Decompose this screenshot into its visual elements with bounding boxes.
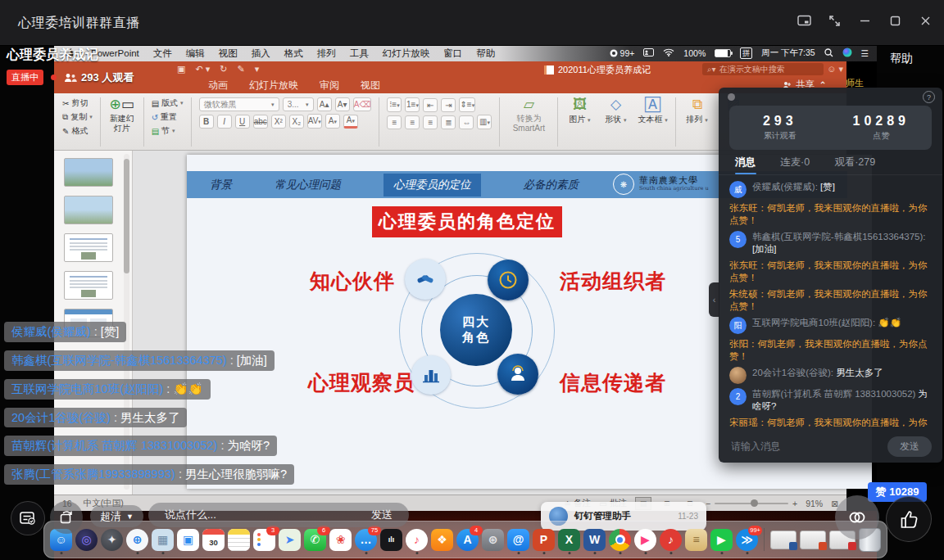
panel-window-dot[interactable] bbox=[728, 93, 735, 101]
picture-in-picture-icon[interactable] bbox=[796, 13, 811, 28]
section-button[interactable]: ▤节 ▾ bbox=[152, 125, 184, 137]
dock-app-store-icon[interactable]: A4 bbox=[456, 529, 479, 551]
dock-maps-icon[interactable]: ➤ bbox=[279, 529, 301, 551]
bullets-button[interactable]: ⁝≡▾ bbox=[387, 97, 402, 112]
align-right-button[interactable]: ≡ bbox=[423, 115, 438, 129]
notification-badge[interactable]: 99+ bbox=[610, 48, 635, 58]
avatar[interactable]: 5 bbox=[729, 231, 747, 248]
like-button[interactable] bbox=[886, 496, 932, 542]
layout-button[interactable]: ▤版式 ▾ bbox=[152, 97, 184, 109]
italic-button[interactable]: I bbox=[217, 115, 232, 129]
avatar[interactable] bbox=[729, 367, 747, 384]
dock-books-icon[interactable]: ❖ bbox=[431, 529, 453, 551]
ribbon-tab-2[interactable]: 审阅 bbox=[320, 79, 339, 93]
dock-facetime-icon[interactable]: ✆6 bbox=[304, 529, 326, 551]
dock-youku-icon[interactable]: ▶ bbox=[634, 529, 656, 551]
dock-photos-icon[interactable]: ❀ bbox=[329, 529, 352, 551]
dock-word-icon[interactable]: W bbox=[583, 529, 606, 551]
cut-button[interactable]: ✂剪切 bbox=[62, 97, 93, 109]
contacts-icon[interactable] bbox=[643, 48, 654, 58]
dock-chrome-icon[interactable] bbox=[609, 529, 631, 551]
ribbon-tab-1[interactable]: 幻灯片放映 bbox=[249, 79, 298, 93]
dock-powerpoint-icon[interactable]: P bbox=[533, 529, 555, 551]
dock-preview-icon[interactable]: ▦ bbox=[152, 529, 174, 551]
panel-help-icon[interactable]: ? bbox=[923, 91, 935, 103]
menu-4[interactable]: 插入 bbox=[252, 47, 270, 60]
panel-tab-1[interactable]: 连麦·0 bbox=[780, 150, 810, 174]
align-center-button[interactable]: ≡ bbox=[405, 115, 420, 129]
spotlight-icon[interactable] bbox=[824, 48, 833, 59]
chat-message-list[interactable]: 威侯耀威(侯耀威): [赞]张东旺：何凯老师，我来围观你的直播啦，为你点赞！5韩… bbox=[719, 175, 942, 430]
strikethrough-button[interactable]: abc bbox=[253, 115, 268, 129]
slide-thumbnail[interactable] bbox=[64, 158, 113, 187]
menu-5[interactable]: 格式 bbox=[284, 47, 303, 60]
menu-10[interactable]: 帮助 bbox=[476, 47, 495, 60]
scrollbar-thumb[interactable] bbox=[124, 159, 129, 273]
menu-1[interactable]: 文件 bbox=[153, 47, 172, 60]
slide-thumbnail[interactable] bbox=[64, 271, 113, 300]
insert-textbox-button[interactable]: 🄰文本框 ▾ bbox=[638, 97, 667, 147]
dock-notes-icon[interactable] bbox=[228, 529, 250, 551]
format-painter-icon[interactable]: ✎ bbox=[237, 64, 244, 75]
dock-excel-icon[interactable]: X bbox=[558, 529, 580, 551]
qa-more-icon[interactable]: ▾ bbox=[255, 64, 260, 75]
dock-system-preferences-icon[interactable]: ⊛ bbox=[482, 529, 504, 551]
dock-archive-folder-icon[interactable]: ≡ bbox=[685, 529, 707, 551]
share-link-button[interactable] bbox=[835, 495, 879, 540]
distribute-button[interactable]: ⇔ bbox=[459, 115, 474, 129]
dock-minimized-window[interactable] bbox=[770, 531, 796, 549]
ribbon-tab-0[interactable]: 动画 bbox=[208, 79, 228, 93]
say-something-bar[interactable]: 说点什么... 发送 bbox=[148, 503, 409, 527]
checklist-button[interactable] bbox=[11, 501, 45, 535]
danmaku-send-button[interactable]: 发送 bbox=[371, 508, 393, 522]
shrink-font-button[interactable]: A▾ bbox=[335, 97, 350, 111]
input-method-icon[interactable]: 拼 bbox=[740, 47, 752, 59]
subscript-button[interactable]: X₂ bbox=[289, 115, 304, 129]
bold-button[interactable]: B bbox=[199, 115, 214, 129]
quality-selector[interactable]: 超清▼ bbox=[90, 505, 143, 527]
insert-picture-button[interactable]: 🖼︎图片 ▾ bbox=[565, 97, 593, 147]
minimize-icon[interactable] bbox=[857, 13, 872, 28]
panel-tab-2[interactable]: 观看·279 bbox=[834, 150, 875, 174]
save-icon[interactable]: ▣ bbox=[177, 64, 185, 75]
copy-button[interactable]: ⧉复制 ▾ bbox=[62, 111, 93, 123]
convert-smartart-button[interactable]: ▱ 转换为SmartArt bbox=[507, 97, 550, 133]
chat-input[interactable] bbox=[729, 440, 881, 453]
char-spacing-button[interactable]: AV▾ bbox=[307, 114, 322, 129]
dock-dingtalk-icon[interactable]: @ bbox=[507, 529, 529, 551]
dock-launchpad-icon[interactable]: ✦ bbox=[101, 529, 123, 551]
dock-calendar-icon[interactable]: 30 bbox=[202, 529, 225, 551]
menu-2[interactable]: 编辑 bbox=[186, 47, 205, 60]
wifi-icon[interactable] bbox=[663, 48, 674, 58]
avatar[interactable]: 2 bbox=[729, 388, 747, 405]
panel-tab-0[interactable]: 消息 bbox=[735, 150, 756, 174]
menu-7[interactable]: 工具 bbox=[350, 47, 369, 60]
dock-reminders-icon[interactable]: 3 bbox=[253, 529, 275, 551]
menubar-clock[interactable]: 周一 下午7:35 bbox=[761, 47, 815, 59]
superscript-button[interactable]: X² bbox=[271, 115, 286, 129]
say-placeholder[interactable]: 说点什么... bbox=[165, 508, 216, 522]
reset-button[interactable]: ↺重置 bbox=[152, 111, 184, 123]
font-name-select[interactable]: 微软雅黑▾ bbox=[199, 97, 279, 111]
dock-minimized-window[interactable] bbox=[800, 531, 826, 549]
line-spacing-button[interactable]: ⇕≡▾ bbox=[459, 97, 475, 112]
feedback-smiley-icon[interactable]: ☺ ▾ bbox=[827, 64, 843, 75]
avatar[interactable]: 阳 bbox=[729, 317, 747, 334]
close-icon[interactable] bbox=[918, 13, 933, 28]
text-effects-button[interactable]: A▾ bbox=[325, 114, 340, 129]
font-size-select[interactable]: 3...▾ bbox=[283, 97, 314, 111]
dock-netease-music-icon[interactable]: ♪ bbox=[660, 529, 682, 551]
slide-thumbnail[interactable] bbox=[64, 196, 113, 224]
dock-iqiyi-icon[interactable]: ▶ bbox=[710, 529, 733, 551]
avatar[interactable]: 威 bbox=[729, 181, 747, 198]
menu-6[interactable]: 排列 bbox=[317, 47, 336, 60]
dock-thunder-icon[interactable]: ≫99+ bbox=[736, 529, 758, 551]
arrange-button[interactable]: ⧉排列 ▾ bbox=[683, 97, 711, 147]
dock-siri-icon[interactable]: ◎ bbox=[75, 529, 98, 551]
menu-3[interactable]: 视图 bbox=[219, 47, 238, 60]
font-color-button[interactable]: A▾ bbox=[343, 115, 358, 129]
dock-keynote-icon[interactable]: ▣ bbox=[177, 529, 199, 551]
fullscreen-icon[interactable] bbox=[827, 13, 842, 28]
new-slide-button[interactable]: ⊕▭ 新建幻灯片 bbox=[108, 97, 136, 133]
underline-button[interactable]: U bbox=[235, 115, 250, 129]
